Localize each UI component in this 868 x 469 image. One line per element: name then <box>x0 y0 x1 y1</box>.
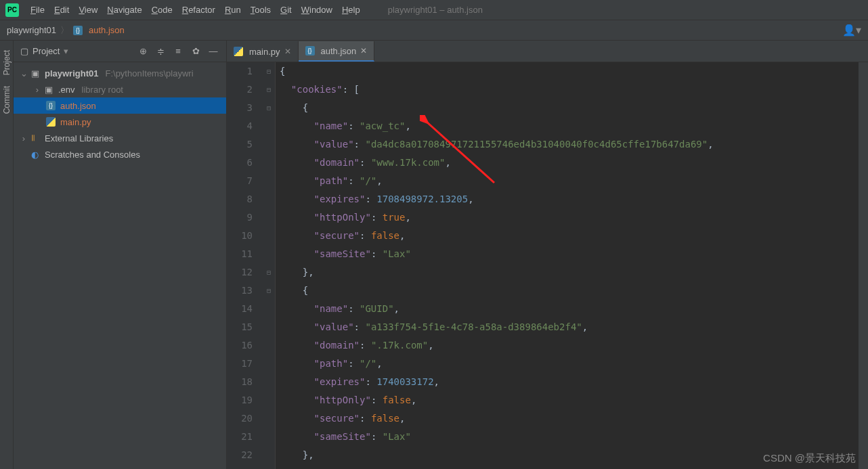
close-tab-icon[interactable]: ✕ <box>284 47 291 56</box>
tree-scratches[interactable]: ◐ Scratches and Consoles <box>14 146 226 162</box>
tool-tab-commit[interactable]: Commit <box>1 81 13 119</box>
tree-file-main-py[interactable]: main.py <box>14 114 226 130</box>
tree-file-auth-json[interactable]: {} auth.json <box>14 97 226 114</box>
json-file-icon: {} <box>46 101 56 110</box>
tab-label: auth.json <box>321 46 357 56</box>
fold-toggle-icon[interactable]: ⊟ <box>267 81 271 99</box>
editor-area: main.py ✕ {} auth.json ✕ 123456789101112… <box>227 41 868 469</box>
json-file-icon: {} <box>305 46 315 55</box>
scratches-icon: ◐ <box>31 150 42 160</box>
folder-icon: ▢ <box>20 46 28 56</box>
python-file-icon <box>46 117 56 127</box>
select-opened-file-icon[interactable]: ⊕ <box>137 46 149 56</box>
menu-bar: PC FileEditViewNavigateCodeRefactorRunTo… <box>0 0 868 20</box>
line-number-gutter: 12345678910111213141516171819202122 <box>227 62 265 469</box>
scratches-label: Scratches and Consoles <box>45 150 140 160</box>
code-editor[interactable]: 12345678910111213141516171819202122 ⊟⊟⊟⊟… <box>227 62 868 469</box>
settings-icon[interactable]: ✿ <box>190 46 202 56</box>
fold-toggle-icon[interactable]: ⊟ <box>267 62 271 81</box>
menu-window[interactable]: Window <box>297 2 337 18</box>
menu-refactor[interactable]: Refactor <box>177 2 220 18</box>
tree-root[interactable]: ⌄ ▣ playwright01 F:\pythonItems\playwri <box>14 65 226 81</box>
project-root-label: playwright01 <box>45 68 98 79</box>
fold-toggle-icon[interactable]: ⊟ <box>267 99 271 117</box>
external-libraries-label: External Libraries <box>45 133 113 143</box>
panel-title: Project <box>32 46 60 56</box>
fold-gutter[interactable]: ⊟⊟⊟⊟⊟ <box>265 62 276 469</box>
breadcrumb-bar: playwright01 〉 {} auth.json 👤▾ <box>0 20 868 41</box>
env-folder-hint: library root <box>82 85 123 95</box>
menu-file[interactable]: File <box>26 2 49 18</box>
editor-tab-auth-json[interactable]: {} auth.json ✕ <box>299 41 375 62</box>
json-file-icon: {} <box>73 26 83 35</box>
tree-env-folder[interactable]: › ▣ .env library root <box>14 81 226 97</box>
folder-icon: ▣ <box>45 85 56 95</box>
collapse-all-icon[interactable]: ≡ <box>172 46 184 56</box>
file-label: main.py <box>60 117 91 127</box>
tree-external-libraries[interactable]: › ⫴ External Libraries <box>14 130 226 146</box>
project-tree[interactable]: ⌄ ▣ playwright01 F:\pythonItems\playwri … <box>14 62 226 162</box>
editor-scrollbar[interactable] <box>859 62 868 469</box>
python-file-icon <box>234 47 243 56</box>
code-content[interactable]: { "cookies": [ { "name": "acw_tc", "valu… <box>276 62 859 469</box>
breadcrumb-project[interactable]: playwright01 <box>7 25 56 35</box>
watermark: CSDN @景天科技苑 <box>763 452 856 465</box>
hide-panel-icon[interactable]: — <box>207 46 219 56</box>
folder-icon: ▣ <box>31 68 42 79</box>
breadcrumb-separator: 〉 <box>60 24 69 37</box>
menu-help[interactable]: Help <box>337 2 365 18</box>
project-panel-header: ▢ Project ▾ ⊕ ≑ ≡ ✿ — <box>14 41 226 62</box>
expand-all-icon[interactable]: ≑ <box>154 46 167 56</box>
dropdown-chevron-icon[interactable]: ▾ <box>64 46 68 56</box>
tab-label: main.py <box>249 47 280 57</box>
collapse-arrow-icon[interactable]: › <box>19 133 28 143</box>
expand-arrow-icon[interactable]: ⌄ <box>19 68 28 79</box>
tool-tab-project[interactable]: Project <box>1 45 13 81</box>
editor-tab-main-py[interactable]: main.py ✕ <box>227 41 299 62</box>
collapse-arrow-icon[interactable]: › <box>32 85 42 95</box>
libraries-icon: ⫴ <box>31 133 42 143</box>
menu-view[interactable]: View <box>74 2 102 18</box>
fold-toggle-icon[interactable]: ⊟ <box>267 263 271 282</box>
window-title: playwright01 – auth.json <box>388 5 483 15</box>
breadcrumb-file[interactable]: auth.json <box>89 25 125 35</box>
menu-navigate[interactable]: Navigate <box>102 2 146 18</box>
app-icon: PC <box>5 3 19 17</box>
file-label: auth.json <box>60 101 96 111</box>
menu-edit[interactable]: Edit <box>49 2 74 18</box>
menu-tools[interactable]: Tools <box>246 2 276 18</box>
project-root-path: F:\pythonItems\playwri <box>105 68 193 79</box>
menu-code[interactable]: Code <box>147 2 177 18</box>
fold-toggle-icon[interactable]: ⊟ <box>267 282 271 300</box>
breadcrumb[interactable]: playwright01 〉 {} auth.json <box>7 24 125 37</box>
editor-tabbar: main.py ✕ {} auth.json ✕ <box>227 41 868 62</box>
menu-git[interactable]: Git <box>276 2 297 18</box>
project-panel: ▢ Project ▾ ⊕ ≑ ≡ ✿ — ⌄ ▣ playwright01 F… <box>14 41 227 469</box>
menu-run[interactable]: Run <box>220 2 246 18</box>
env-folder-label: .env <box>58 85 75 95</box>
close-tab-icon[interactable]: ✕ <box>360 46 367 55</box>
tool-window-bar: Project Commit <box>0 41 14 469</box>
user-menu-icon[interactable]: 👤▾ <box>842 24 861 37</box>
